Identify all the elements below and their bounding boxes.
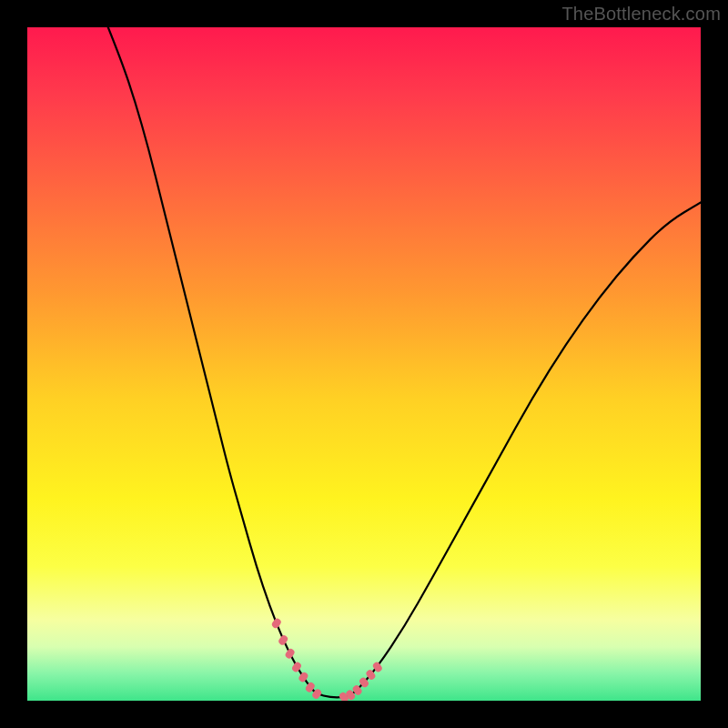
plot-area bbox=[27, 27, 701, 701]
chart-stage: TheBottleneck.com bbox=[0, 0, 728, 728]
curve-layer bbox=[27, 27, 701, 701]
valley-ticks-right bbox=[338, 661, 383, 701]
bottleneck-curve bbox=[108, 27, 701, 697]
valley-tick bbox=[284, 647, 296, 660]
watermark-text: TheBottleneck.com bbox=[561, 4, 721, 25]
valley-tick bbox=[278, 634, 289, 647]
valley-tick bbox=[270, 617, 282, 630]
